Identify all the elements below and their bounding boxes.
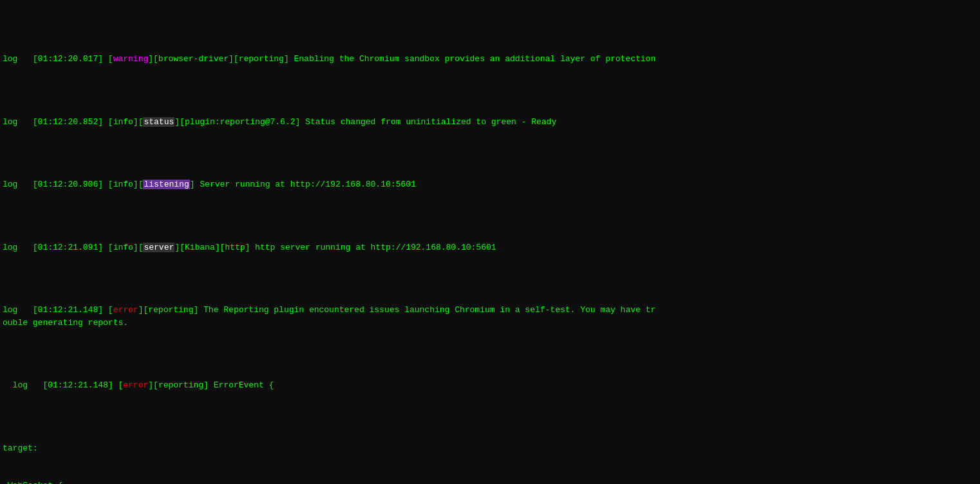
log-line-1: log [01:12:20.017] [warning][browser-dri… <box>0 53 980 66</box>
terminal-output: log [01:12:20.017] [warning][browser-dri… <box>0 3 980 484</box>
log-line-7: target: <box>0 442 980 455</box>
log-line-8: WebSocket { <box>0 479 980 484</box>
log-line-3: log [01:12:20.906] [info][listening] Ser… <box>0 178 980 191</box>
log-line-5: log [01:12:21.148] [error][reporting] Th… <box>0 304 980 329</box>
log-line-6: log [01:12:21.148] [error][reporting] Er… <box>0 379 980 392</box>
log-line-4: log [01:12:21.091] [info][server][Kibana… <box>0 241 980 254</box>
log-line-2: log [01:12:20.852] [info][status][plugin… <box>0 116 980 129</box>
